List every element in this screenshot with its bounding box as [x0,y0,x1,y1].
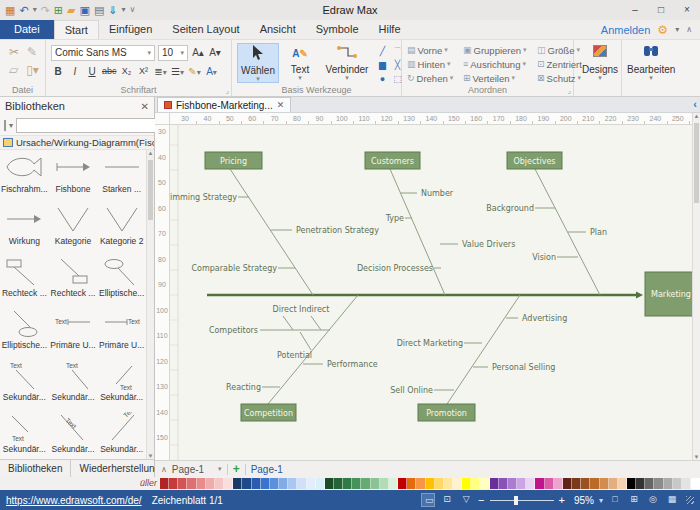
zoom-slider-thumb[interactable] [514,496,518,505]
palette-swatch[interactable] [435,478,444,489]
scroll-up-icon[interactable]: ▲ [147,150,154,156]
palette-swatch[interactable] [471,478,480,489]
arrange-vorne[interactable]: ▤Vorne▾ [407,43,463,57]
library-shape[interactable]: Kategorie 2 [97,202,146,254]
magnifier-icon[interactable]: ◎ [646,493,660,507]
cause-label[interactable]: Personal Selling [492,363,555,372]
palette-swatch[interactable] [462,478,471,489]
rectangle-shape-icon[interactable]: ▆ [375,58,390,72]
undo-icon[interactable]: ↶ [19,3,28,17]
palette-swatch[interactable] [178,478,187,489]
library-shape[interactable]: Elliptische... [0,306,49,358]
palette-swatch[interactable] [252,478,261,489]
highlight-icon[interactable]: ✎▾ [188,64,202,79]
palette-swatch[interactable] [279,478,288,489]
view-normal-icon[interactable]: ▭ [421,493,435,507]
menu-tab-seiten-layout[interactable]: Seiten Layout [162,20,249,39]
edit-button[interactable]: Bearbeiten▾ [627,43,675,81]
palette-swatch[interactable] [380,478,389,489]
palette-swatch[interactable] [535,478,544,489]
library-shape[interactable]: TextSekundär... [97,410,146,459]
library-shape[interactable]: TextSekundär... [49,410,98,459]
page-tab-page1[interactable]: Page-1 [251,464,283,475]
library-section-title[interactable]: Ursache/Wirkung-Diagramm(Fischgräte [16,137,154,148]
cause-label[interactable]: Decision Processes [357,264,433,273]
menu-tab-ansicht[interactable]: Ansicht [250,20,306,39]
print-icon[interactable]: ▤ [94,3,104,17]
library-shape[interactable]: TextSekundär... [97,358,146,410]
cause-label[interactable]: Value Drivers [462,240,515,249]
designs-button[interactable]: Designs▾ [579,43,621,81]
qat-customize-icon[interactable]: ∨ [130,3,136,17]
palette-swatch[interactable] [673,478,682,489]
arrange-drehen[interactable]: ↻Drehen▾ [407,71,463,85]
palette-swatch[interactable] [407,478,416,489]
palette-swatch[interactable] [206,478,215,489]
palette-swatch[interactable] [398,478,407,489]
pan-window-icon[interactable]: ⊞ [627,493,641,507]
palette-swatch[interactable] [325,478,334,489]
grid-toggle-icon[interactable]: ▦ [665,493,679,507]
palette-swatch[interactable] [261,478,270,489]
text-tool-button[interactable]: A✎ Text▾ [279,43,321,83]
italic-button[interactable]: I [68,64,82,79]
library-shape[interactable]: Kategorie [49,202,98,254]
zoom-caret-icon[interactable]: ▾ [599,496,603,505]
palette-swatch[interactable] [572,478,581,489]
palette-swatch[interactable] [581,478,590,489]
palette-swatch[interactable] [215,478,224,489]
grow-font-icon[interactable]: A▴ [191,45,205,60]
bone-line[interactable] [447,295,520,404]
cause-label[interactable]: Comparable Strategy [192,264,278,273]
minimize-button[interactable]: – [622,1,648,20]
canvas-vertical-scrollbar[interactable]: ▲ ▼ [692,113,700,460]
drawing-page[interactable]: MarketingPricingSkimming StrategyPenetra… [170,125,692,460]
arrange-gruppieren[interactable]: ▣Gruppieren▾ [463,43,537,57]
subscript-button[interactable]: X₂ [120,64,134,79]
font-color-icon[interactable]: A▾ [205,64,219,79]
cause-label[interactable]: Reacting [226,383,261,392]
library-shape[interactable]: Fischrahm... [0,150,49,202]
cause-label[interactable]: Competitors [209,326,258,335]
palette-swatch[interactable] [453,478,462,489]
library-picker-icon[interactable] [4,120,6,131]
font-dialog-launcher-icon[interactable]: ⌟ [225,86,229,95]
palette-swatch[interactable] [636,478,645,489]
category-label[interactable]: Promotion [426,409,467,418]
palette-swatch[interactable] [664,478,673,489]
palette-swatch[interactable] [691,478,700,489]
library-shape[interactable]: TextSekundär... [0,410,49,459]
category-label[interactable]: Pricing [220,157,247,166]
palette-swatch[interactable] [416,478,425,489]
view-fit-icon[interactable]: ⊡ [440,493,454,507]
palette-swatch[interactable] [224,478,233,489]
menu-tab-einfügen[interactable]: Einfügen [99,20,162,39]
palette-swatch[interactable] [480,478,489,489]
cause-label[interactable]: Advertising [522,314,567,323]
pagebar-collapse-icon[interactable]: ∧ [161,465,167,474]
library-shape[interactable]: TextPrimäre U... [97,306,146,358]
palette-swatch[interactable] [563,478,572,489]
palette-swatch[interactable] [169,478,178,489]
palette-swatch[interactable] [490,478,499,489]
connector-tool-button[interactable]: Verbinder▾ [321,43,373,83]
palette-swatch[interactable] [270,478,279,489]
sidebar-scrollbar-thumb[interactable] [148,160,153,220]
category-label[interactable]: Customers [371,157,414,166]
palette-swatch[interactable] [499,478,508,489]
cause-label[interactable]: Direct Indirect [273,305,330,314]
export-icon[interactable]: ⇓ [108,3,117,17]
category-label[interactable]: Objectives [513,157,555,166]
palette-swatch[interactable] [242,478,251,489]
library-shape[interactable]: TextSekundär... [0,358,49,410]
tab-libraries[interactable]: Bibliotheken [0,460,71,477]
ellipse-shape-icon[interactable]: ● [375,72,390,86]
palette-swatch[interactable] [371,478,380,489]
arrange-dialog-launcher-icon[interactable]: ⌟ [567,86,571,95]
scroll-up-icon[interactable]: ▲ [693,113,700,119]
palette-swatch[interactable] [187,478,196,489]
superscript-button[interactable]: X² [137,64,151,79]
palette-swatch[interactable] [517,478,526,489]
palette-swatch[interactable] [508,478,517,489]
menu-tab-symbole[interactable]: Symbole [306,20,369,39]
